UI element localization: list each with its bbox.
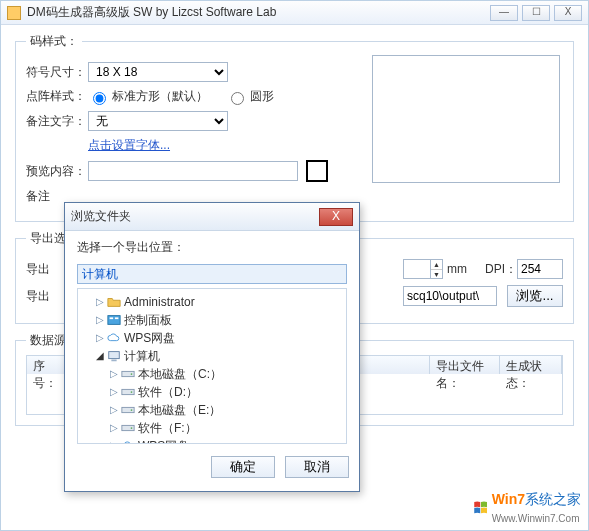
cancel-button[interactable]: 取消 [285,456,349,478]
drive-icon [120,421,136,435]
browse-button[interactable]: 浏览... [507,285,563,307]
computer-icon [106,349,122,363]
tree-node-drive-c[interactable]: ▷ 本地磁盘（C:） [80,365,344,383]
tree-node-wps1[interactable]: ▷ WPS网盘 [80,329,344,347]
font-settings-link[interactable]: 点击设置字体... [88,137,170,154]
svg-rect-1 [110,317,114,319]
browse-folder-dialog: 浏览文件夹 X 选择一个导出位置： 计算机 ▷ Administrator ▷ … [64,202,360,492]
col-seq-header: 序号： [27,356,67,374]
minimize-button[interactable]: — [490,5,518,21]
dialog-prompt: 选择一个导出位置： [77,239,347,256]
close-button[interactable]: X [554,5,582,21]
code-style-legend: 码样式： [26,33,82,50]
radio-circle-input[interactable] [231,92,244,105]
dialog-button-row: 确定 取消 [65,448,359,486]
unit-mm: mm [447,262,467,276]
dpi-input[interactable] [517,259,563,279]
dpi-label: DPI： [485,261,517,278]
tree-node-drive-f[interactable]: ▷ 软件（F:） [80,419,344,437]
svg-point-12 [131,427,133,429]
preview-image-box [372,55,560,183]
dot-style-radio-group: 标准方形（默认） 圆形 [88,88,274,105]
svg-point-6 [131,373,133,375]
svg-rect-3 [109,352,120,359]
svg-rect-4 [111,360,116,362]
tree-node-wps2[interactable]: ▷ WPS网盘 [80,437,344,444]
cloud-icon [120,439,136,444]
remark-text-label: 备注文字： [26,113,88,130]
app-icon [7,6,21,20]
svg-point-10 [131,409,133,411]
dialog-body: 选择一个导出位置： 计算机 ▷ Administrator ▷ 控制面板 ▷ W… [65,231,359,448]
maximize-button[interactable]: ☐ [522,5,550,21]
color-swatch[interactable] [306,160,328,182]
drive-icon [120,367,136,381]
symbol-size-select[interactable]: 18 X 18 [88,62,228,82]
svg-point-8 [131,391,133,393]
folder-icon [106,295,122,309]
remark-text-select[interactable]: 无 [88,111,228,131]
watermark-brand-text: 系统之家 [525,491,581,507]
tree-node-control-panel[interactable]: ▷ 控制面板 [80,311,344,329]
spinner-down-icon[interactable]: ▼ [431,270,442,279]
titlebar: DM码生成器高级版 SW by Lizcst Software Lab — ☐ … [1,1,588,25]
dialog-title: 浏览文件夹 [71,208,319,225]
radio-square[interactable]: 标准方形（默认） [88,88,208,105]
export-path-input[interactable] [403,286,497,306]
tree-node-admin[interactable]: ▷ Administrator [80,293,344,311]
folder-tree[interactable]: ▷ Administrator ▷ 控制面板 ▷ WPS网盘 ◢ 计算机 ▷ [77,288,347,444]
spinner-up-icon[interactable]: ▲ [431,260,442,270]
watermark: Win7系统之家 Www.Winwin7.Com [472,491,581,525]
window-title: DM码生成器高级版 SW by Lizcst Software Lab [27,4,490,21]
svg-rect-2 [115,317,119,319]
ok-button[interactable]: 确定 [211,456,275,478]
control-panel-icon [106,313,122,327]
watermark-url: Www.Winwin7.Com [492,513,580,524]
cloud-icon [106,331,122,345]
tree-node-drive-e[interactable]: ▷ 本地磁盘（E:） [80,401,344,419]
symbol-size-label: 符号尺寸： [26,64,88,81]
drive-icon [120,385,136,399]
code-style-group: 码样式： 符号尺寸： 18 X 18 预览图： 点阵样式： 标准方形（默认） [15,33,574,222]
radio-square-input[interactable] [93,92,106,105]
windows-logo-icon [472,499,490,517]
col-status-header: 生成状态： [500,356,562,374]
dialog-close-button[interactable]: X [319,208,353,226]
tree-node-drive-d[interactable]: ▷ 软件（D:） [80,383,344,401]
radio-square-label: 标准方形（默认） [112,88,208,105]
tree-node-computer[interactable]: ◢ 计算机 [80,347,344,365]
watermark-brand-win7: Win7 [492,491,525,507]
size-spinner[interactable] [403,259,431,279]
svg-rect-0 [108,316,120,325]
col-export-name-header: 导出文件名： [430,356,500,374]
radio-circle-label: 圆形 [250,88,274,105]
radio-circle[interactable]: 圆形 [226,88,274,105]
window-controls: — ☐ X [490,5,582,21]
preview-content-input[interactable] [88,161,298,181]
drive-icon [120,403,136,417]
preview-content-label: 预览内容： [26,163,88,180]
dialog-path-field[interactable]: 计算机 [77,264,347,284]
dialog-titlebar: 浏览文件夹 X [65,203,359,231]
dot-style-label: 点阵样式： [26,88,88,105]
